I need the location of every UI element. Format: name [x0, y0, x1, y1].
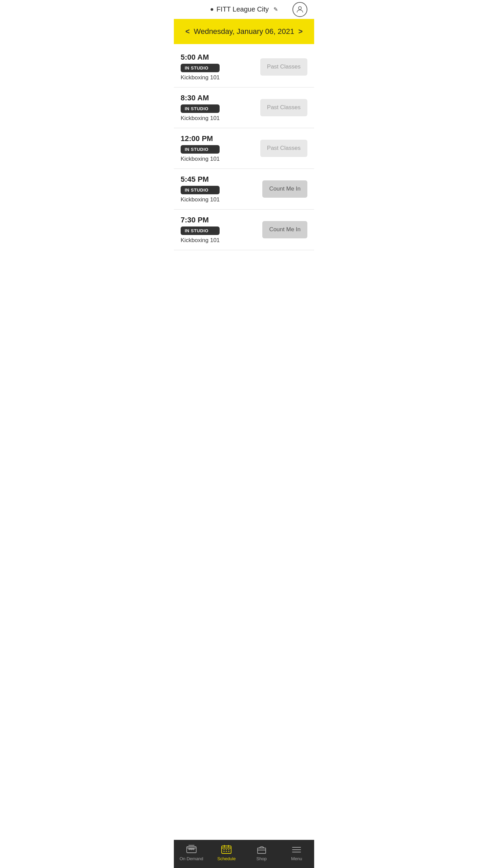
past-classes-button[interactable]: Past Classes	[260, 140, 307, 157]
schedule-time: 8:30 AM	[181, 94, 220, 102]
current-date-label: Wednesday, January 06, 2021	[194, 27, 294, 36]
svg-point-6	[193, 848, 194, 850]
on-demand-label: On Demand	[180, 856, 203, 861]
date-navigation: < Wednesday, January 06, 2021 >	[174, 19, 314, 44]
prev-date-button[interactable]: <	[182, 26, 193, 37]
schedule-item: 5:45 PMIN STUDIOKickboxing 101Count Me I…	[174, 169, 314, 210]
nav-item-schedule[interactable]: Schedule	[215, 845, 238, 861]
svg-rect-18	[258, 848, 266, 853]
schedule-type-badge: IN STUDIO	[181, 186, 220, 194]
schedule-type-badge: IN STUDIO	[181, 145, 220, 154]
schedule-label: Schedule	[217, 856, 236, 861]
schedule-time: 5:45 PM	[181, 175, 220, 184]
schedule-time: 5:00 AM	[181, 53, 220, 62]
profile-icon	[296, 5, 304, 14]
svg-point-0	[299, 6, 302, 9]
schedule-item: 8:30 AMIN STUDIOKickboxing 101Past Class…	[174, 87, 314, 128]
schedule-item-info: 12:00 PMIN STUDIOKickboxing 101	[181, 134, 220, 162]
schedule-class-name: Kickboxing 101	[181, 115, 220, 122]
svg-point-5	[191, 848, 192, 850]
nav-item-shop[interactable]: Shop	[250, 845, 273, 861]
location-pin-icon: ●	[210, 6, 214, 13]
schedule-item-info: 5:45 PMIN STUDIOKickboxing 101	[181, 175, 220, 203]
schedule-time: 12:00 PM	[181, 134, 220, 143]
schedule-type-badge: IN STUDIO	[181, 226, 220, 235]
schedule-item: 5:00 AMIN STUDIOKickboxing 101Past Class…	[174, 47, 314, 87]
count-me-in-button[interactable]: Count Me In	[262, 221, 307, 238]
on-demand-icon	[186, 845, 197, 854]
schedule-class-name: Kickboxing 101	[181, 156, 220, 162]
schedule-icon	[221, 845, 232, 854]
menu-icon	[291, 845, 302, 854]
location-name: FITT League City	[217, 5, 269, 13]
nav-item-menu[interactable]: Menu	[285, 845, 308, 861]
schedule-item-info: 7:30 PMIN STUDIOKickboxing 101	[181, 216, 220, 244]
svg-point-4	[189, 848, 190, 850]
schedule-item-info: 5:00 AMIN STUDIOKickboxing 101	[181, 53, 220, 81]
profile-button[interactable]	[292, 2, 307, 17]
app-header: ● FITT League City ✎	[174, 0, 314, 19]
count-me-in-button[interactable]: Count Me In	[262, 180, 307, 197]
next-date-button[interactable]: >	[295, 26, 306, 37]
shop-icon	[256, 845, 267, 854]
schedule-item: 12:00 PMIN STUDIOKickboxing 101Past Clas…	[174, 128, 314, 169]
schedule-item-info: 8:30 AMIN STUDIOKickboxing 101	[181, 94, 220, 122]
nav-item-on-demand[interactable]: On Demand	[180, 845, 203, 861]
menu-label: Menu	[291, 856, 302, 861]
schedule-type-badge: IN STUDIO	[181, 64, 220, 72]
schedule-list: 5:00 AMIN STUDIOKickboxing 101Past Class…	[174, 44, 314, 840]
schedule-item: 7:30 PMIN STUDIOKickboxing 101Count Me I…	[174, 210, 314, 250]
past-classes-button[interactable]: Past Classes	[260, 99, 307, 116]
shop-label: Shop	[257, 856, 267, 861]
schedule-class-name: Kickboxing 101	[181, 74, 220, 81]
schedule-type-badge: IN STUDIO	[181, 104, 220, 113]
bottom-navigation: On Demand Schedule	[174, 840, 314, 868]
past-classes-button[interactable]: Past Classes	[260, 58, 307, 75]
schedule-class-name: Kickboxing 101	[181, 196, 220, 203]
location-title: ● FITT League City ✎	[210, 5, 278, 13]
schedule-time: 7:30 PM	[181, 216, 220, 224]
edit-icon[interactable]: ✎	[273, 6, 278, 13]
schedule-class-name: Kickboxing 101	[181, 237, 220, 244]
